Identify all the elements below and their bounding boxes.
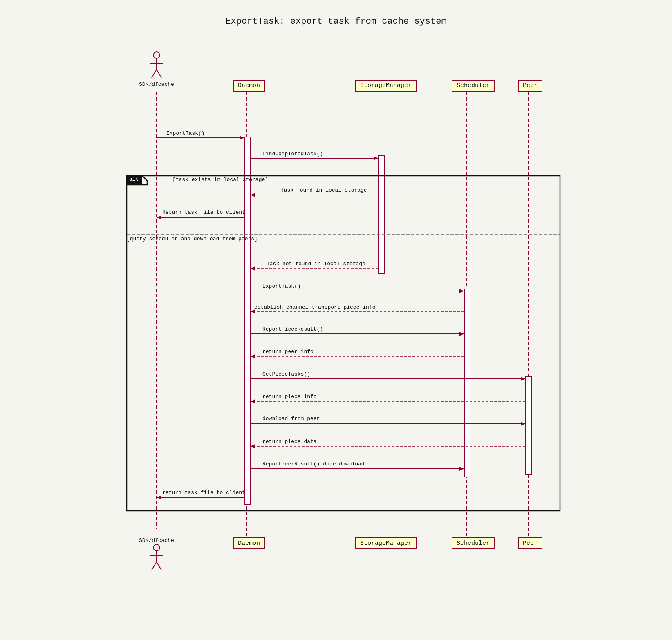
msg-establish-channel: establish channel transport piece info (254, 304, 375, 310)
fragment-alt-label: alt (127, 176, 141, 183)
msg-return-task-file: Return task file to client (162, 209, 245, 215)
msg-return-peer-info: return peer info (262, 349, 314, 355)
actor-sdk-top: SDK/dfcache (139, 51, 174, 87)
lifeline-daemon-bottom: Daemon (233, 537, 265, 549)
msg-exporttask: ExportTask() (166, 130, 205, 137)
msg-return-piece-data: return piece data (262, 439, 317, 445)
svg-marker-19 (157, 215, 161, 219)
msg-download-from-peer: download from peer (262, 416, 320, 422)
svg-rect-7 (464, 289, 470, 477)
msg-return-task-file-2: return task file to client (162, 490, 245, 496)
msg-task-not-found: Task not found in local storage (267, 261, 365, 267)
svg-line-45 (152, 69, 157, 78)
svg-marker-13 (240, 136, 244, 140)
lifeline-peer-bottom: Peer (518, 537, 542, 549)
svg-line-50 (152, 562, 157, 570)
svg-rect-6 (379, 155, 384, 274)
lifeline-daemon-top: Daemon (233, 80, 265, 92)
diagram-area: Daemon StorageManager Scheduler Peer Dae… (119, 39, 553, 603)
svg-marker-29 (251, 354, 255, 358)
msg-reportpieceresult: ReportPieceResult() (262, 326, 323, 332)
msg-findcompletedtask: FindCompletedTask() (262, 151, 323, 157)
svg-rect-5 (244, 137, 250, 505)
msg-task-found: Task found in local storage (281, 187, 367, 193)
svg-marker-31 (521, 377, 525, 381)
lifeline-scheduler-bottom: Scheduler (452, 537, 495, 549)
fragment-guard1: [task exists in local storage] (172, 177, 268, 183)
svg-marker-37 (251, 444, 255, 448)
svg-point-47 (153, 544, 160, 551)
svg-rect-9 (127, 176, 560, 511)
svg-marker-23 (459, 289, 464, 293)
lifeline-peer-top: Peer (518, 80, 542, 92)
msg-exporttask2: ExportTask() (262, 283, 301, 289)
diagram-title: ExportTask: export task from cache syste… (119, 16, 553, 27)
fragment-guard2: [query scheduler and download from peers… (127, 236, 258, 242)
lifeline-scheduler-top: Scheduler (452, 80, 495, 92)
sequence-diagram-svg (119, 39, 553, 603)
svg-line-51 (157, 562, 161, 570)
lifeline-storage-bottom: StorageManager (355, 537, 417, 549)
svg-marker-39 (459, 467, 464, 471)
svg-marker-41 (157, 495, 161, 499)
actor-sdk-bottom: SDK/dfcache (139, 537, 174, 574)
svg-marker-15 (374, 156, 378, 160)
msg-return-piece-info: return piece info (262, 394, 317, 400)
svg-point-42 (153, 52, 160, 58)
svg-marker-33 (251, 399, 255, 403)
svg-marker-35 (521, 422, 525, 426)
svg-line-46 (157, 69, 161, 78)
msg-reportpeerresult: ReportPeerResult() done download (262, 461, 365, 467)
msg-getpiecetasks: GetPieceTasks() (262, 371, 310, 377)
lifeline-storage-top: StorageManager (355, 80, 417, 92)
diagram-container: ExportTask: export task from cache syste… (111, 8, 561, 611)
svg-marker-17 (251, 193, 255, 197)
svg-rect-8 (526, 377, 531, 475)
actor-sdk-bottom-label: SDK/dfcache (139, 537, 174, 544)
actor-sdk-label: SDK/dfcache (139, 81, 174, 87)
svg-marker-27 (459, 332, 464, 336)
svg-marker-21 (251, 266, 255, 271)
